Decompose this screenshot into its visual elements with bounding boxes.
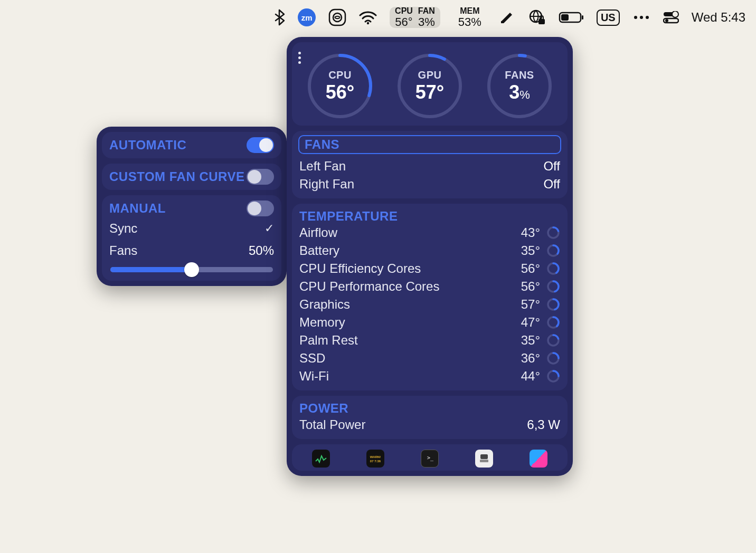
temperature-row-value: 44° [521, 369, 540, 384]
temperature-ring-icon [546, 280, 560, 293]
mem-stat-label: MEM [460, 7, 479, 16]
custom-curve-toggle[interactable] [247, 169, 274, 185]
temperature-row-value: 35° [521, 333, 540, 348]
sync-label: Sync [109, 221, 137, 236]
temperature-row-label: Memory [299, 315, 345, 330]
temperature-row-label: Palm Rest [299, 333, 358, 348]
terminal-icon[interactable]: >_ [421, 450, 439, 468]
temperature-row-label: Wi-Fi [299, 369, 329, 384]
popover-menu-icon[interactable] [298, 52, 301, 64]
temperature-row: CPU Performance Cores 56° [299, 278, 560, 295]
temperature-row: Wi-Fi 44° [299, 367, 560, 385]
svg-point-2 [367, 22, 369, 24]
temperature-row-value: 35° [521, 243, 540, 258]
svg-text:07 7:36: 07 7:36 [370, 460, 381, 463]
fans-slider[interactable] [110, 267, 273, 272]
fan-row: Left Fan Off [299, 157, 560, 175]
temperature-row-label: Airflow [299, 225, 337, 240]
cpu-stat-label: CPU [395, 7, 413, 16]
quick-apps-dock: WARN!07 7:36 >_ [292, 444, 568, 471]
temperature-row-value: 57° [521, 297, 540, 312]
temperature-row: CPU Efficiency Cores 56° [299, 260, 560, 278]
mem-stat[interactable]: MEM53% [453, 7, 487, 28]
wifi-icon[interactable] [359, 7, 377, 28]
cpu-stat-value: 56° [395, 16, 412, 28]
svg-rect-43 [480, 460, 488, 462]
svg-point-12 [672, 11, 678, 17]
automatic-card: AUTOMATIC [102, 132, 281, 158]
total-power-label: Total Power [299, 417, 365, 432]
app-circle-icon[interactable] [328, 7, 346, 28]
temperature-row-value: 43° [521, 225, 540, 240]
temperature-row-value: 36° [521, 351, 540, 366]
temperature-ring-icon [546, 244, 560, 258]
temperature-row: Battery 35° [299, 242, 560, 260]
temperature-ring-icon [546, 333, 560, 347]
custom-curve-card: CUSTOM FAN CURVE [102, 164, 281, 190]
sync-row[interactable]: Sync ✓ [109, 220, 274, 237]
fans-label: Fans [109, 243, 137, 258]
svg-rect-0 [329, 9, 345, 25]
temperature-ring-icon [546, 226, 560, 240]
fan-row-value: Off [543, 159, 560, 174]
temperature-row-value: 56° [521, 261, 540, 276]
temperature-row-label: CPU Performance Cores [299, 279, 439, 294]
system-info-icon[interactable] [475, 450, 493, 468]
svg-rect-7 [582, 15, 583, 20]
control-center-icon[interactable] [663, 7, 679, 28]
svg-point-1 [333, 13, 342, 22]
temperature-card: TEMPERATURE Airflow 43° Battery 35° CPU … [292, 204, 568, 390]
automatic-toggle[interactable] [247, 137, 274, 153]
menu-bar-clock[interactable]: Wed 5:43 [692, 7, 745, 28]
color-meter-icon[interactable] [530, 450, 547, 468]
svg-text:WARN!: WARN! [370, 455, 381, 459]
cpu-gauge: CPU56° [306, 52, 374, 120]
temperature-ring-icon [546, 262, 560, 275]
fan-stat-label: FAN [418, 7, 435, 16]
gpu-gauge: GPU57° [395, 52, 464, 120]
sync-check-icon: ✓ [264, 222, 274, 235]
fans-gauge: FANS3% [485, 52, 554, 120]
fan-control-popover: AUTOMATIC CUSTOM FAN CURVE MANUAL Sync ✓… [97, 127, 287, 286]
zoom-app-icon[interactable]: zm [298, 7, 316, 28]
svg-rect-4 [538, 19, 545, 24]
manual-card: MANUAL Sync ✓ Fans 50% [102, 195, 281, 281]
fan-row: Right Fan Off [299, 175, 560, 193]
fans-value: 50% [249, 243, 274, 258]
input-method-badge[interactable]: US [597, 7, 620, 28]
temperature-row-label: SSD [299, 351, 325, 366]
battery-icon[interactable] [559, 7, 584, 28]
fan-stat-value: 3% [418, 16, 435, 28]
vpn-lock-icon[interactable] [528, 7, 546, 28]
gauges-card: CPU56° GPU57° FANS3% [292, 42, 568, 126]
svg-point-10 [646, 16, 649, 19]
stats-popover: CPU56° GPU57° FANS3% FANS Left Fan OffRi… [287, 37, 573, 476]
pencil-icon[interactable] [499, 7, 515, 28]
activity-monitor-icon[interactable] [312, 450, 330, 468]
temperature-row: Airflow 43° [299, 224, 560, 242]
temperature-row: Memory 47° [299, 313, 560, 331]
bluetooth-icon[interactable] [273, 7, 285, 28]
console-icon[interactable]: WARN!07 7:36 [366, 450, 384, 468]
svg-text:>_: >_ [427, 455, 434, 461]
power-header: POWER [299, 401, 560, 416]
temperature-row-label: Battery [299, 243, 339, 258]
temperature-ring-icon [546, 369, 560, 383]
manual-toggle[interactable] [247, 201, 274, 216]
temperature-row: Graphics 57° [299, 295, 560, 313]
fan-row-label: Left Fan [299, 159, 346, 174]
fan-row-value: Off [543, 177, 560, 192]
power-card: POWER Total Power 6,3 W [292, 396, 568, 439]
automatic-label: AUTOMATIC [109, 138, 186, 152]
manual-label: MANUAL [109, 201, 166, 216]
mem-stat-value: 53% [458, 16, 481, 28]
temperature-header: TEMPERATURE [299, 209, 560, 224]
svg-point-9 [640, 16, 643, 19]
cpu-fan-stat[interactable]: CPU56° FAN3% [390, 7, 440, 28]
menu-bar: zm CPU56° FAN3% MEM53% US Wed 5:43 [0, 0, 756, 35]
fans-header: FANS [305, 137, 339, 151]
fan-row-label: Right Fan [299, 177, 354, 192]
more-icon[interactable] [632, 7, 650, 28]
temperature-row-label: Graphics [299, 297, 350, 312]
temperature-ring-icon [546, 351, 560, 365]
